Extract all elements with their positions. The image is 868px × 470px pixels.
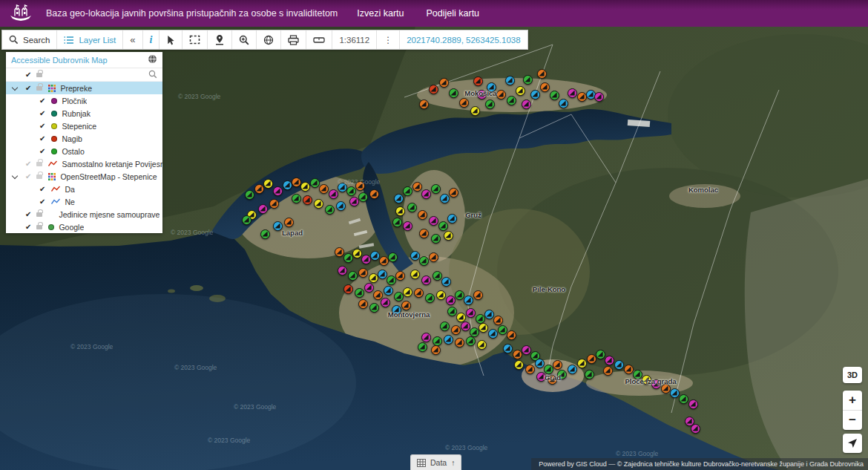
map-marker[interactable] [300, 182, 310, 192]
map-marker[interactable] [447, 307, 457, 316]
map-marker[interactable] [242, 215, 251, 225]
map-marker[interactable] [548, 375, 557, 385]
zoom-tool-button[interactable] [232, 30, 257, 49]
map-marker[interactable] [378, 270, 387, 279]
layer-label[interactable]: Nagib [62, 134, 82, 143]
layer-checkbox[interactable]: ✔ [25, 85, 31, 92]
layer-label[interactable]: Jedinice mjesne samouprave [59, 210, 160, 219]
map-marker[interactable] [447, 214, 457, 223]
toggle-3d-button[interactable]: 3D [843, 367, 862, 383]
map-marker[interactable] [557, 370, 567, 379]
map-marker[interactable] [585, 370, 594, 379]
layer-label[interactable]: Stepenice [62, 122, 96, 131]
map-marker[interactable] [407, 203, 417, 212]
map-marker[interactable] [429, 252, 438, 262]
map-marker[interactable] [355, 288, 364, 298]
map-marker[interactable] [421, 333, 431, 342]
map-marker[interactable] [335, 247, 344, 257]
map-marker[interactable] [403, 287, 412, 297]
map-marker[interactable] [394, 194, 404, 203]
map-marker[interactable] [514, 360, 524, 370]
collapse-toolbar-button[interactable]: « [123, 30, 142, 49]
layer-label[interactable]: OpenStreetMap - Stepenice [60, 172, 157, 181]
map-marker[interactable] [369, 303, 379, 313]
map-marker[interactable] [477, 90, 487, 99]
map-marker[interactable] [352, 249, 362, 258]
marquee-select-button[interactable] [183, 30, 208, 49]
lock-icon[interactable] [36, 162, 42, 166]
menu-share-map[interactable]: Podijeli kartu [427, 8, 480, 19]
map-marker[interactable] [473, 290, 483, 300]
layer-checkbox[interactable]: ✔ [39, 198, 45, 206]
map-marker[interactable] [392, 218, 402, 227]
pin-tool-button[interactable] [208, 30, 232, 49]
map-marker[interactable] [436, 290, 446, 300]
map-marker[interactable] [507, 96, 516, 105]
map-marker[interactable] [358, 299, 368, 309]
map-marker[interactable] [535, 359, 545, 368]
map-marker[interactable] [433, 336, 442, 346]
map-marker[interactable] [603, 366, 613, 376]
map-marker[interactable] [369, 189, 379, 199]
layer-row[interactable]: ✔Da [6, 183, 162, 195]
map-marker[interactable] [679, 394, 688, 404]
my-location-button[interactable] [843, 434, 862, 453]
layer-checkbox[interactable]: ✔ [25, 223, 31, 231]
info-tool-button[interactable]: i [143, 30, 160, 49]
map-marker[interactable] [414, 288, 424, 298]
map-marker[interactable] [477, 340, 487, 350]
map-marker[interactable] [419, 99, 429, 109]
map-marker[interactable] [364, 283, 374, 293]
map-marker[interactable] [670, 388, 680, 398]
map-marker[interactable] [431, 234, 441, 244]
map-marker[interactable] [440, 194, 450, 203]
map-marker[interactable] [412, 182, 422, 192]
map-marker[interactable] [487, 82, 496, 92]
map-marker[interactable] [587, 354, 596, 364]
layer-row[interactable]: ✔Stepenice [6, 120, 162, 132]
layer-search-icon[interactable] [148, 70, 157, 80]
scale-bar-button[interactable] [306, 30, 332, 49]
layer-label[interactable]: Prepreke [60, 84, 92, 93]
map-marker[interactable] [550, 91, 559, 100]
map-marker[interactable] [431, 184, 441, 194]
globe-tool-button[interactable] [257, 30, 281, 49]
map-marker[interactable] [338, 266, 347, 275]
layer-checkbox[interactable]: ✔ [25, 160, 31, 168]
map-marker[interactable] [245, 190, 254, 200]
map-marker[interactable] [284, 218, 294, 227]
map-marker[interactable] [488, 329, 498, 339]
map-marker[interactable] [455, 338, 464, 347]
map-marker[interactable] [387, 275, 396, 285]
map-marker[interactable] [525, 365, 535, 374]
map-marker[interactable] [273, 186, 283, 196]
map-marker[interactable] [329, 189, 338, 199]
map-marker[interactable] [358, 192, 368, 202]
map-marker[interactable] [624, 365, 634, 374]
menu-export-map[interactable]: Izvezi kartu [357, 8, 404, 19]
layer-list-button[interactable]: Layer List [57, 30, 123, 49]
map-marker[interactable] [269, 199, 279, 209]
map-marker[interactable] [449, 88, 458, 98]
map-marker[interactable] [505, 76, 515, 85]
map-marker[interactable] [568, 88, 577, 98]
map-marker[interactable] [496, 90, 506, 99]
layer-label[interactable]: Ostalo [62, 147, 84, 156]
zoom-in-button[interactable]: + [843, 391, 862, 411]
map-marker[interactable] [421, 189, 431, 199]
map-marker[interactable] [419, 256, 429, 266]
map-marker[interactable] [348, 271, 358, 281]
lock-icon[interactable] [36, 212, 42, 217]
layer-row[interactable]: ✔Google [6, 221, 162, 233]
map-marker[interactable] [516, 86, 525, 96]
print-button[interactable] [281, 30, 306, 49]
lock-icon[interactable] [36, 86, 42, 91]
map-marker[interactable] [425, 293, 435, 303]
map-marker[interactable] [461, 322, 470, 331]
map-marker[interactable] [451, 325, 461, 335]
layer-checkbox[interactable]: ✔ [39, 186, 45, 193]
map-marker[interactable] [381, 298, 390, 307]
map-marker[interactable] [473, 76, 483, 86]
map-marker[interactable] [536, 372, 546, 382]
map-marker[interactable] [394, 292, 404, 301]
